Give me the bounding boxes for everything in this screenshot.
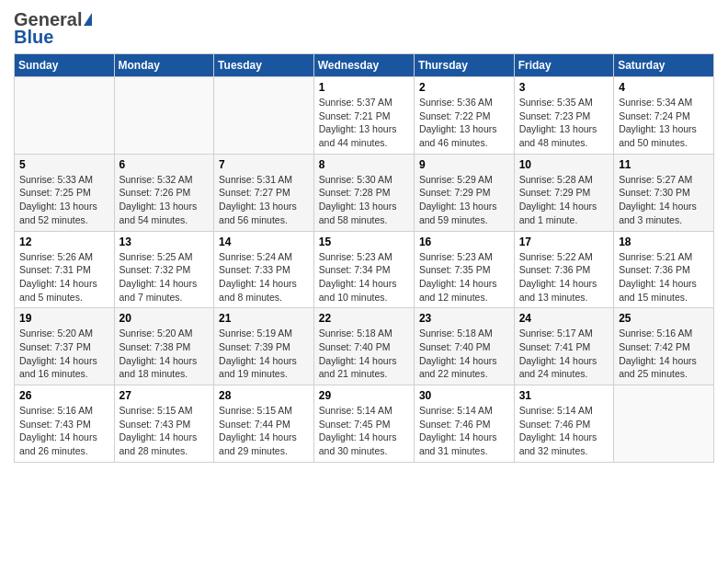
calendar-cell: 27Sunrise: 5:15 AMSunset: 7:43 PMDayligh… xyxy=(114,385,214,463)
calendar-cell: 9Sunrise: 5:29 AMSunset: 7:29 PMDaylight… xyxy=(414,154,514,231)
day-info: Sunrise: 5:36 AMSunset: 7:22 PMDaylight:… xyxy=(419,96,509,150)
day-info: Sunrise: 5:20 AMSunset: 7:37 PMDaylight:… xyxy=(19,327,109,381)
day-number: 4 xyxy=(619,81,709,94)
logo: General Blue xyxy=(14,9,92,48)
calendar-cell: 26Sunrise: 5:16 AMSunset: 7:43 PMDayligh… xyxy=(15,385,115,463)
calendar-cell: 29Sunrise: 5:14 AMSunset: 7:45 PMDayligh… xyxy=(313,385,414,463)
day-info: Sunrise: 5:27 AMSunset: 7:30 PMDaylight:… xyxy=(619,173,709,227)
calendar-cell: 21Sunrise: 5:19 AMSunset: 7:39 PMDayligh… xyxy=(214,308,314,385)
day-number: 11 xyxy=(619,158,709,171)
calendar-cell: 1Sunrise: 5:37 AMSunset: 7:21 PMDaylight… xyxy=(313,77,414,155)
day-number: 28 xyxy=(219,389,309,402)
day-info: Sunrise: 5:19 AMSunset: 7:39 PMDaylight:… xyxy=(219,327,309,381)
day-number: 15 xyxy=(319,236,409,248)
calendar-week-1: 1Sunrise: 5:37 AMSunset: 7:21 PMDaylight… xyxy=(15,77,714,155)
day-info: Sunrise: 5:15 AMSunset: 7:44 PMDaylight:… xyxy=(219,404,309,458)
calendar-cell: 8Sunrise: 5:30 AMSunset: 7:28 PMDaylight… xyxy=(313,154,414,231)
day-info: Sunrise: 5:20 AMSunset: 7:38 PMDaylight:… xyxy=(119,327,210,381)
day-header-tuesday: Tuesday xyxy=(214,54,314,77)
day-info: Sunrise: 5:30 AMSunset: 7:28 PMDaylight:… xyxy=(319,173,409,227)
calendar-cell: 13Sunrise: 5:25 AMSunset: 7:32 PMDayligh… xyxy=(114,231,214,308)
day-number: 24 xyxy=(519,312,609,325)
day-number: 6 xyxy=(119,158,210,171)
day-info: Sunrise: 5:34 AMSunset: 7:24 PMDaylight:… xyxy=(619,96,709,150)
calendar-cell: 12Sunrise: 5:26 AMSunset: 7:31 PMDayligh… xyxy=(15,231,115,308)
calendar-cell: 19Sunrise: 5:20 AMSunset: 7:37 PMDayligh… xyxy=(15,308,115,385)
day-header-thursday: Thursday xyxy=(414,54,514,77)
day-info: Sunrise: 5:28 AMSunset: 7:29 PMDaylight:… xyxy=(519,173,609,227)
day-number: 12 xyxy=(19,236,109,248)
day-number: 30 xyxy=(419,389,509,402)
page-header: General Blue xyxy=(14,9,714,48)
calendar-cell: 15Sunrise: 5:23 AMSunset: 7:34 PMDayligh… xyxy=(313,231,414,308)
day-number: 20 xyxy=(119,312,210,325)
calendar-cell: 18Sunrise: 5:21 AMSunset: 7:36 PMDayligh… xyxy=(614,231,714,308)
calendar-cell: 7Sunrise: 5:31 AMSunset: 7:27 PMDaylight… xyxy=(214,154,314,231)
calendar-cell: 16Sunrise: 5:23 AMSunset: 7:35 PMDayligh… xyxy=(414,231,514,308)
logo-blue: Blue xyxy=(14,27,53,48)
calendar-cell: 17Sunrise: 5:22 AMSunset: 7:36 PMDayligh… xyxy=(514,231,614,308)
day-number: 2 xyxy=(419,81,509,94)
calendar-cell xyxy=(114,77,214,155)
day-info: Sunrise: 5:23 AMSunset: 7:35 PMDaylight:… xyxy=(419,250,509,304)
calendar-cell: 4Sunrise: 5:34 AMSunset: 7:24 PMDaylight… xyxy=(614,77,714,155)
day-info: Sunrise: 5:24 AMSunset: 7:33 PMDaylight:… xyxy=(219,250,309,304)
calendar-week-3: 12Sunrise: 5:26 AMSunset: 7:31 PMDayligh… xyxy=(15,231,714,308)
day-number: 10 xyxy=(519,158,609,171)
calendar-cell xyxy=(214,77,314,155)
calendar-cell: 20Sunrise: 5:20 AMSunset: 7:38 PMDayligh… xyxy=(114,308,214,385)
calendar-cell: 11Sunrise: 5:27 AMSunset: 7:30 PMDayligh… xyxy=(614,154,714,231)
day-info: Sunrise: 5:31 AMSunset: 7:27 PMDaylight:… xyxy=(219,173,309,227)
calendar-cell: 23Sunrise: 5:18 AMSunset: 7:40 PMDayligh… xyxy=(414,308,514,385)
day-number: 31 xyxy=(519,389,609,402)
day-info: Sunrise: 5:14 AMSunset: 7:46 PMDaylight:… xyxy=(419,404,509,458)
day-info: Sunrise: 5:14 AMSunset: 7:46 PMDaylight:… xyxy=(519,404,609,458)
day-info: Sunrise: 5:18 AMSunset: 7:40 PMDaylight:… xyxy=(319,327,409,381)
day-number: 14 xyxy=(219,236,309,248)
day-info: Sunrise: 5:26 AMSunset: 7:31 PMDaylight:… xyxy=(19,250,109,304)
day-info: Sunrise: 5:25 AMSunset: 7:32 PMDaylight:… xyxy=(119,250,210,304)
day-info: Sunrise: 5:16 AMSunset: 7:43 PMDaylight:… xyxy=(19,404,109,458)
day-number: 13 xyxy=(119,236,210,248)
day-info: Sunrise: 5:21 AMSunset: 7:36 PMDaylight:… xyxy=(619,250,709,304)
day-info: Sunrise: 5:23 AMSunset: 7:34 PMDaylight:… xyxy=(319,250,409,304)
calendar-week-5: 26Sunrise: 5:16 AMSunset: 7:43 PMDayligh… xyxy=(15,385,714,463)
day-info: Sunrise: 5:29 AMSunset: 7:29 PMDaylight:… xyxy=(419,173,509,227)
calendar-cell: 3Sunrise: 5:35 AMSunset: 7:23 PMDaylight… xyxy=(514,77,614,155)
calendar-table: SundayMondayTuesdayWednesdayThursdayFrid… xyxy=(14,53,714,463)
day-number: 23 xyxy=(419,312,509,325)
calendar-cell: 14Sunrise: 5:24 AMSunset: 7:33 PMDayligh… xyxy=(214,231,314,308)
day-info: Sunrise: 5:37 AMSunset: 7:21 PMDaylight:… xyxy=(319,96,409,150)
day-number: 16 xyxy=(419,236,509,248)
day-number: 26 xyxy=(19,389,109,402)
day-info: Sunrise: 5:33 AMSunset: 7:25 PMDaylight:… xyxy=(19,173,109,227)
day-info: Sunrise: 5:35 AMSunset: 7:23 PMDaylight:… xyxy=(519,96,609,150)
day-info: Sunrise: 5:18 AMSunset: 7:40 PMDaylight:… xyxy=(419,327,509,381)
day-info: Sunrise: 5:14 AMSunset: 7:45 PMDaylight:… xyxy=(319,404,409,458)
day-header-wednesday: Wednesday xyxy=(313,54,414,77)
day-number: 21 xyxy=(219,312,309,325)
day-info: Sunrise: 5:17 AMSunset: 7:41 PMDaylight:… xyxy=(519,327,609,381)
calendar-cell: 5Sunrise: 5:33 AMSunset: 7:25 PMDaylight… xyxy=(15,154,115,231)
day-number: 5 xyxy=(19,158,109,171)
day-number: 7 xyxy=(219,158,309,171)
calendar-cell: 22Sunrise: 5:18 AMSunset: 7:40 PMDayligh… xyxy=(313,308,414,385)
calendar-cell: 24Sunrise: 5:17 AMSunset: 7:41 PMDayligh… xyxy=(514,308,614,385)
day-header-saturday: Saturday xyxy=(614,54,714,77)
calendar-cell: 31Sunrise: 5:14 AMSunset: 7:46 PMDayligh… xyxy=(514,385,614,463)
day-info: Sunrise: 5:32 AMSunset: 7:26 PMDaylight:… xyxy=(119,173,210,227)
day-number: 9 xyxy=(419,158,509,171)
day-header-friday: Friday xyxy=(514,54,614,77)
day-number: 25 xyxy=(619,312,709,325)
day-number: 1 xyxy=(319,81,409,94)
calendar-header-row: SundayMondayTuesdayWednesdayThursdayFrid… xyxy=(15,54,714,77)
logo-triangle xyxy=(84,13,92,26)
day-number: 18 xyxy=(619,236,709,248)
day-number: 29 xyxy=(319,389,409,402)
calendar-cell: 10Sunrise: 5:28 AMSunset: 7:29 PMDayligh… xyxy=(514,154,614,231)
calendar-cell: 2Sunrise: 5:36 AMSunset: 7:22 PMDaylight… xyxy=(414,77,514,155)
calendar-week-4: 19Sunrise: 5:20 AMSunset: 7:37 PMDayligh… xyxy=(15,308,714,385)
day-number: 22 xyxy=(319,312,409,325)
day-number: 19 xyxy=(19,312,109,325)
calendar-cell: 25Sunrise: 5:16 AMSunset: 7:42 PMDayligh… xyxy=(614,308,714,385)
